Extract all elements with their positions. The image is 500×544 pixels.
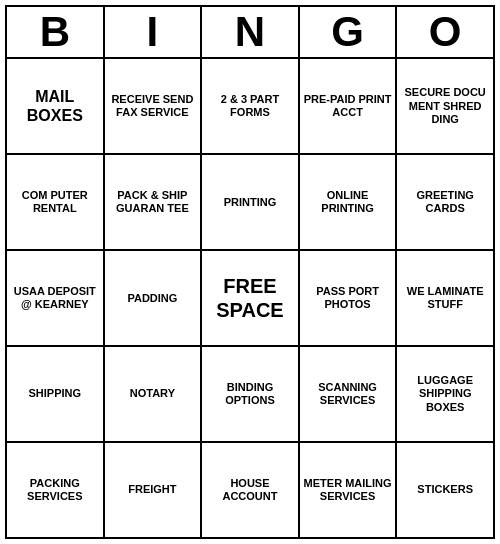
bingo-cell-1-1: PACK & SHIP GUARAN TEE <box>105 155 203 249</box>
bingo-cell-4-4: STICKERS <box>397 443 493 537</box>
bingo-row-3: SHIPPINGNOTARYBINDING OPTIONSSCANNING SE… <box>7 347 493 443</box>
bingo-row-1: COM PUTER RENTALPACK & SHIP GUARAN TEEPR… <box>7 155 493 251</box>
bingo-cell-4-0: PACKING SERVICES <box>7 443 105 537</box>
bingo-cell-0-3: PRE-PAID PRINT ACCT <box>300 59 398 153</box>
header-letter-b: B <box>7 7 105 57</box>
bingo-cell-2-0: USAA DEPOSIT @ KEARNEY <box>7 251 105 345</box>
bingo-cell-0-2: 2 & 3 PART FORMS <box>202 59 300 153</box>
bingo-cell-0-0: MAIL BOXES <box>7 59 105 153</box>
bingo-cell-3-1: NOTARY <box>105 347 203 441</box>
bingo-row-4: PACKING SERVICESFREIGHTHOUSE ACCOUNTMETE… <box>7 443 493 537</box>
bingo-cell-3-2: BINDING OPTIONS <box>202 347 300 441</box>
bingo-row-2: USAA DEPOSIT @ KEARNEYPADDINGFREE SPACEP… <box>7 251 493 347</box>
bingo-cell-3-4: LUGGAGE SHIPPING BOXES <box>397 347 493 441</box>
bingo-cell-1-4: GREETING CARDS <box>397 155 493 249</box>
bingo-row-0: MAIL BOXESRECEIVE SEND FAX SERVICE2 & 3 … <box>7 59 493 155</box>
header-letter-n: N <box>202 7 300 57</box>
bingo-cell-0-4: SECURE DOCU MENT SHRED DING <box>397 59 493 153</box>
bingo-cell-2-2: FREE SPACE <box>202 251 300 345</box>
bingo-cell-3-0: SHIPPING <box>7 347 105 441</box>
bingo-header: BINGO <box>7 7 493 59</box>
bingo-grid: MAIL BOXESRECEIVE SEND FAX SERVICE2 & 3 … <box>7 59 493 537</box>
bingo-cell-2-1: PADDING <box>105 251 203 345</box>
bingo-cell-2-3: PASS PORT PHOTOS <box>300 251 398 345</box>
bingo-cell-4-1: FREIGHT <box>105 443 203 537</box>
bingo-cell-0-1: RECEIVE SEND FAX SERVICE <box>105 59 203 153</box>
header-letter-o: O <box>397 7 493 57</box>
bingo-card: BINGO MAIL BOXESRECEIVE SEND FAX SERVICE… <box>5 5 495 539</box>
bingo-cell-3-3: SCANNING SERVICES <box>300 347 398 441</box>
bingo-cell-2-4: WE LAMINATE STUFF <box>397 251 493 345</box>
bingo-cell-1-3: ONLINE PRINTING <box>300 155 398 249</box>
bingo-cell-1-0: COM PUTER RENTAL <box>7 155 105 249</box>
header-letter-i: I <box>105 7 203 57</box>
header-letter-g: G <box>300 7 398 57</box>
bingo-cell-4-3: METER MAILING SERVICES <box>300 443 398 537</box>
bingo-cell-4-2: HOUSE ACCOUNT <box>202 443 300 537</box>
bingo-cell-1-2: PRINTING <box>202 155 300 249</box>
